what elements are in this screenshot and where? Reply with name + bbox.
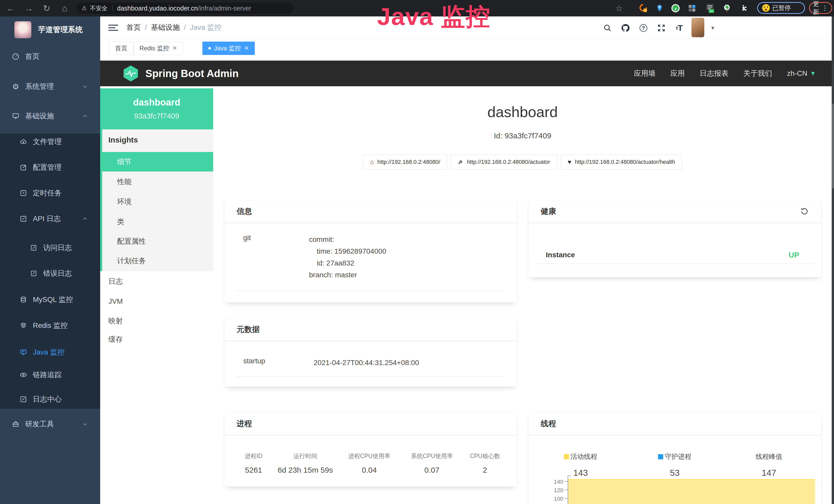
sba-menu-environment[interactable]: 环境 (102, 192, 213, 211)
sidebar-item-java-monitor[interactable]: Java 监控 (0, 342, 100, 363)
bookmark-star-icon[interactable]: ☆ (614, 4, 623, 13)
instance-id: 93a3fc7f7409 (100, 112, 213, 120)
sidebar-item-access-log[interactable]: 访问日志 (0, 237, 100, 258)
sba-menu-caches[interactable]: 缓存 (102, 330, 213, 349)
sidebar-item-label: API 日志 (33, 214, 61, 224)
fullscreen-icon[interactable] (656, 22, 667, 33)
breadcrumb: 首页 / 基础设施 / Java 监控 (126, 17, 222, 39)
monitor-icon (11, 112, 20, 120)
browser-menu-icon[interactable]: ⋮ (822, 4, 828, 12)
insights-group-label: Insights (108, 136, 138, 144)
layers-icon (19, 322, 28, 329)
tab-home[interactable]: 首页 (109, 42, 133, 55)
sba-menu-scheduled-tasks[interactable]: 计划任务 (102, 251, 213, 271)
sba-logo-icon[interactable] (123, 65, 139, 82)
sidebar-item-label: 错误日志 (43, 269, 72, 278)
sidebar-item-file[interactable]: 文件管理 (0, 132, 100, 152)
page-title: dashboard (213, 103, 832, 120)
sba-nav-journal[interactable]: 日志报表 (700, 69, 728, 78)
health-card-title: 健康 (541, 206, 556, 217)
sba-nav-applications[interactable]: 应用 (671, 69, 685, 78)
instance-header[interactable]: dashboard 93a3fc7f7409 (100, 88, 213, 130)
sba-menu-logs[interactable]: 日志 (102, 272, 213, 291)
breadcrumb-infra[interactable]: 基础设施 (151, 23, 180, 32)
browser-reload-icon[interactable]: ↻ (41, 2, 53, 15)
process-col-pid: 进程ID 5261 (235, 452, 272, 475)
sba-menu-jvm[interactable]: JVM (102, 292, 213, 311)
sidebar-item-api-log[interactable]: API 日志 (0, 208, 100, 229)
update-button[interactable]: 更新 ⋮ (809, 2, 832, 14)
update-label: 更新 (813, 0, 819, 16)
ext-puzzle-icon[interactable] (739, 4, 748, 13)
help-icon[interactable]: ? (638, 22, 649, 33)
health-url-button[interactable]: ♥ http://192.168.0.2:48080/actuator/heal… (561, 155, 682, 169)
search-icon[interactable] (602, 22, 613, 33)
url-path: /infra/admin-server (198, 5, 251, 12)
management-url-button[interactable]: http://192.168.0.2:48080/actuator (451, 155, 557, 169)
sidebar-item-system[interactable]: ⚙ 系统管理 (0, 76, 100, 97)
sba-menu-details[interactable]: 细节 (102, 152, 213, 171)
sidebar-item-infra[interactable]: 基础设施 (0, 106, 100, 126)
tab-redis-monitor[interactable]: Redis 监控 ✕ (134, 42, 183, 55)
admin-sidebar: 芋道管理系统 首页 ⚙ 系统管理 基础设施 (0, 17, 100, 504)
ext-green-circle-icon[interactable]: y (671, 4, 680, 13)
sidebar-item-devtools[interactable]: 研发工具 (0, 414, 100, 434)
sba-menu-config-props[interactable]: 配置属性 (102, 232, 213, 251)
ext-pin-icon[interactable] (655, 4, 664, 13)
gear-icon: ⚙ (11, 82, 20, 91)
sba-menu-classes[interactable]: 类 (102, 212, 213, 232)
sidebar-item-label: 系统管理 (25, 82, 54, 91)
info-row-value: commit: time: 1596289704000 id: 27aa832 … (309, 234, 386, 281)
info-git-row: git commit: time: 1596289704000 id: 27aa… (237, 234, 505, 291)
sidebar-item-mysql[interactable]: MySQL 监控 (0, 289, 100, 310)
sidebar-item-redis[interactable]: Redis 监控 (0, 315, 100, 336)
user-avatar[interactable] (692, 18, 704, 37)
user-caret-down-icon[interactable]: ▾ (707, 22, 719, 33)
tab-java-monitor[interactable]: Java 监控 ✕ (202, 42, 255, 55)
github-icon[interactable] (620, 22, 631, 33)
browser-back-icon[interactable]: ← (5, 2, 17, 15)
sidebar-item-trace[interactable]: 链路追踪 (0, 365, 100, 385)
url-host: dashboard.yudao.iocoder.cn (117, 5, 198, 12)
sidebar-item-log-center[interactable]: 日志中心 (0, 389, 100, 410)
sidebar-item-home[interactable]: 首页 (0, 46, 100, 67)
sidebar-item-label: Redis 监控 (33, 321, 68, 330)
sba-nav-wall[interactable]: 应用墙 (634, 69, 656, 78)
sba-brand-title[interactable]: Spring Boot Admin (146, 68, 239, 79)
sba-menu-mappings[interactable]: 映射 (102, 311, 213, 331)
sba-menu-metrics[interactable]: 性能 (102, 172, 213, 191)
browser-forward-icon[interactable]: → (23, 2, 35, 15)
ext-leaf-icon[interactable] (722, 4, 731, 13)
sidebar-item-job[interactable]: 定时任务 (0, 183, 100, 203)
ext-grid-icon[interactable] (687, 4, 697, 13)
address-bar[interactable]: ⚠ 不安全 dashboard.yudao.iocoder.cn/infra/a… (76, 3, 293, 14)
sidebar-item-error-log[interactable]: 错误日志 (0, 263, 100, 284)
locale-caret-down-icon: ▼ (810, 70, 816, 77)
sba-nav-about[interactable]: 关于我们 (743, 69, 772, 78)
paused-badge[interactable]: 已暂停 (757, 2, 805, 14)
browser-home-icon[interactable]: ⌂ (59, 2, 71, 15)
history-icon[interactable] (800, 207, 809, 216)
app-logo-row[interactable]: 芋道管理系统 (0, 20, 100, 40)
sba-nav-links: 应用墙 应用 日志报表 关于我们 zh-CN ▼ (634, 69, 834, 78)
scrollbar[interactable] (832, 17, 834, 504)
sidebar-item-config[interactable]: 配置管理 (0, 157, 100, 178)
sba-locale-select[interactable]: zh-CN ▼ (787, 69, 816, 77)
ext-list-on-icon[interactable]: on (705, 4, 715, 13)
tick-mark (565, 489, 568, 490)
stat-live-threads: 活动线程 143 (533, 452, 628, 478)
process-col-uptime: 运行时间 6d 23h 15m 59s (272, 452, 338, 475)
close-icon[interactable]: ✕ (172, 45, 177, 52)
font-size-icon[interactable]: tT (674, 22, 685, 33)
y-tick: 100 (539, 496, 563, 502)
chevron-up-icon (82, 113, 88, 119)
close-icon[interactable]: ✕ (244, 45, 249, 52)
breadcrumb-home[interactable]: 首页 (126, 23, 141, 32)
scrollbar-thumb[interactable] (832, 104, 834, 188)
service-url-button[interactable]: ⌂ http://192.168.0.2:48080/ (363, 155, 447, 169)
ext-orange-icon[interactable]: 1 (639, 4, 648, 13)
sba-content: dashboard Id: 93a3fc7f7409 ⌂ http://192.… (213, 86, 832, 504)
home-icon: ⌂ (370, 158, 374, 166)
sidebar-fold-icon[interactable] (108, 23, 118, 32)
sidebar-item-label: Java 监控 (33, 347, 64, 357)
